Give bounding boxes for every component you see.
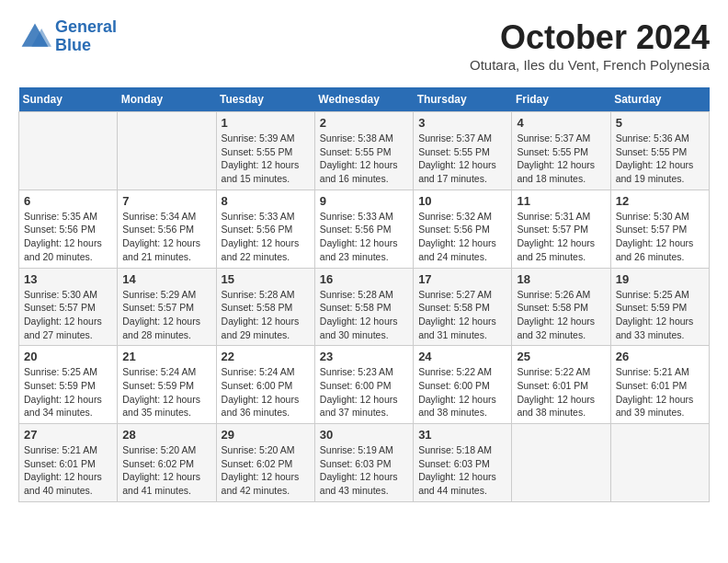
day-number: 1 [222,116,310,130]
calendar-cell: 16Sunrise: 5:28 AMSunset: 5:58 PMDayligh… [314,268,413,346]
day-info: Sunrise: 5:29 AMSunset: 5:57 PMDaylight:… [122,288,210,342]
day-info: Sunrise: 5:20 AMSunset: 6:02 PMDaylight:… [222,443,310,498]
day-number: 28 [122,428,210,442]
header-day-wednesday: Wednesday [314,87,413,112]
day-info: Sunrise: 5:35 AMSunset: 5:56 PMDaylight:… [24,210,112,264]
calendar-table: SundayMondayTuesdayWednesdayThursdayFrid… [18,87,710,502]
calendar-cell: 30Sunrise: 5:19 AMSunset: 6:03 PMDayligh… [314,424,413,502]
day-number: 13 [24,272,112,286]
day-number: 14 [122,272,210,286]
calendar-cell: 18Sunrise: 5:26 AMSunset: 5:58 PMDayligh… [512,268,610,346]
logo-icon [18,20,51,53]
calendar-week-3: 13Sunrise: 5:30 AMSunset: 5:57 PMDayligh… [19,268,710,346]
day-info: Sunrise: 5:21 AMSunset: 6:01 PMDaylight:… [616,365,704,419]
calendar-cell: 23Sunrise: 5:23 AMSunset: 6:00 PMDayligh… [314,346,413,424]
day-info: Sunrise: 5:34 AMSunset: 5:56 PMDaylight:… [122,210,210,264]
calendar-cell: 5Sunrise: 5:36 AMSunset: 5:55 PMDaylight… [610,112,709,190]
logo: General Blue [18,18,117,55]
header-day-sunday: Sunday [19,87,118,112]
day-number: 5 [616,116,704,130]
day-info: Sunrise: 5:26 AMSunset: 5:58 PMDaylight:… [517,288,605,342]
header-day-friday: Friday [512,87,610,112]
day-number: 24 [418,350,506,363]
day-info: Sunrise: 5:23 AMSunset: 6:00 PMDaylight:… [320,365,408,419]
calendar-cell: 17Sunrise: 5:27 AMSunset: 5:58 PMDayligh… [414,268,512,346]
header-day-thursday: Thursday [414,87,512,112]
day-info: Sunrise: 5:30 AMSunset: 5:57 PMDaylight:… [24,288,112,342]
day-number: 12 [616,194,704,208]
logo-line1: General [55,17,117,36]
calendar-cell: 26Sunrise: 5:21 AMSunset: 6:01 PMDayligh… [610,346,709,424]
day-info: Sunrise: 5:39 AMSunset: 5:55 PMDaylight:… [222,132,310,186]
day-info: Sunrise: 5:22 AMSunset: 6:00 PMDaylight:… [418,365,506,419]
day-number: 2 [320,116,408,130]
day-info: Sunrise: 5:21 AMSunset: 6:01 PMDaylight:… [24,443,112,498]
header-day-saturday: Saturday [610,87,709,112]
calendar-cell: 31Sunrise: 5:18 AMSunset: 6:03 PMDayligh… [414,424,512,502]
day-info: Sunrise: 5:20 AMSunset: 6:02 PMDaylight:… [122,443,210,498]
location-subtitle: Otutara, Iles du Vent, French Polynesia [470,57,710,73]
day-info: Sunrise: 5:36 AMSunset: 5:55 PMDaylight:… [616,132,704,186]
calendar-cell [118,112,216,190]
day-info: Sunrise: 5:31 AMSunset: 5:57 PMDaylight:… [517,210,605,264]
calendar-week-4: 20Sunrise: 5:25 AMSunset: 5:59 PMDayligh… [19,346,710,424]
calendar-cell: 7Sunrise: 5:34 AMSunset: 5:56 PMDaylight… [118,190,216,268]
calendar-cell: 28Sunrise: 5:20 AMSunset: 6:02 PMDayligh… [118,424,216,502]
calendar-cell: 19Sunrise: 5:25 AMSunset: 5:59 PMDayligh… [610,268,709,346]
calendar-header: SundayMondayTuesdayWednesdayThursdayFrid… [19,87,710,112]
calendar-cell [512,424,610,502]
day-info: Sunrise: 5:30 AMSunset: 5:57 PMDaylight:… [616,210,704,264]
day-number: 22 [222,350,310,363]
day-number: 4 [517,116,605,130]
calendar-cell: 3Sunrise: 5:37 AMSunset: 5:55 PMDaylight… [414,112,512,190]
day-number: 20 [24,350,112,363]
calendar-cell: 4Sunrise: 5:37 AMSunset: 5:55 PMDaylight… [512,112,610,190]
calendar-cell: 12Sunrise: 5:30 AMSunset: 5:57 PMDayligh… [610,190,709,268]
day-info: Sunrise: 5:33 AMSunset: 5:56 PMDaylight:… [320,210,408,264]
day-info: Sunrise: 5:38 AMSunset: 5:55 PMDaylight:… [320,132,408,186]
day-number: 8 [222,194,310,208]
day-number: 31 [418,428,506,442]
calendar-cell: 13Sunrise: 5:30 AMSunset: 5:57 PMDayligh… [19,268,118,346]
calendar-cell: 9Sunrise: 5:33 AMSunset: 5:56 PMDaylight… [314,190,413,268]
logo-text: General Blue [55,18,117,55]
day-number: 11 [517,194,605,208]
calendar-cell: 21Sunrise: 5:24 AMSunset: 5:59 PMDayligh… [118,346,216,424]
day-info: Sunrise: 5:24 AMSunset: 6:00 PMDaylight:… [222,365,310,419]
calendar-body: 1Sunrise: 5:39 AMSunset: 5:55 PMDaylight… [19,112,710,502]
calendar-cell: 25Sunrise: 5:22 AMSunset: 6:01 PMDayligh… [512,346,610,424]
logo-line2: Blue [55,36,91,54]
calendar-cell: 2Sunrise: 5:38 AMSunset: 5:55 PMDaylight… [314,112,413,190]
calendar-cell: 1Sunrise: 5:39 AMSunset: 5:55 PMDaylight… [216,112,314,190]
calendar-cell: 24Sunrise: 5:22 AMSunset: 6:00 PMDayligh… [414,346,512,424]
calendar-cell: 22Sunrise: 5:24 AMSunset: 6:00 PMDayligh… [216,346,314,424]
day-number: 19 [616,272,704,286]
day-number: 27 [24,428,112,442]
day-info: Sunrise: 5:28 AMSunset: 5:58 PMDaylight:… [222,288,310,342]
day-info: Sunrise: 5:37 AMSunset: 5:55 PMDaylight:… [517,132,605,186]
day-number: 9 [320,194,408,208]
day-number: 10 [418,194,506,208]
month-title: October 2024 [470,18,710,57]
day-number: 30 [320,428,408,442]
day-number: 23 [320,350,408,363]
header-row: SundayMondayTuesdayWednesdayThursdayFrid… [19,87,710,112]
calendar-cell: 27Sunrise: 5:21 AMSunset: 6:01 PMDayligh… [19,424,118,502]
calendar-cell: 29Sunrise: 5:20 AMSunset: 6:02 PMDayligh… [216,424,314,502]
header-day-tuesday: Tuesday [216,87,314,112]
calendar-week-5: 27Sunrise: 5:21 AMSunset: 6:01 PMDayligh… [19,424,710,502]
day-number: 17 [418,272,506,286]
day-info: Sunrise: 5:33 AMSunset: 5:56 PMDaylight:… [222,210,310,264]
calendar-cell [19,112,118,190]
title-section: October 2024 Otutara, Iles du Vent, Fren… [470,18,710,73]
calendar-cell: 6Sunrise: 5:35 AMSunset: 5:56 PMDaylight… [19,190,118,268]
day-info: Sunrise: 5:19 AMSunset: 6:03 PMDaylight:… [320,443,408,498]
day-info: Sunrise: 5:32 AMSunset: 5:56 PMDaylight:… [418,210,506,264]
day-number: 15 [222,272,310,286]
day-info: Sunrise: 5:25 AMSunset: 5:59 PMDaylight:… [24,365,112,419]
day-number: 21 [122,350,210,363]
day-number: 6 [24,194,112,208]
day-number: 7 [122,194,210,208]
day-info: Sunrise: 5:25 AMSunset: 5:59 PMDaylight:… [616,288,704,342]
day-info: Sunrise: 5:37 AMSunset: 5:55 PMDaylight:… [418,132,506,186]
